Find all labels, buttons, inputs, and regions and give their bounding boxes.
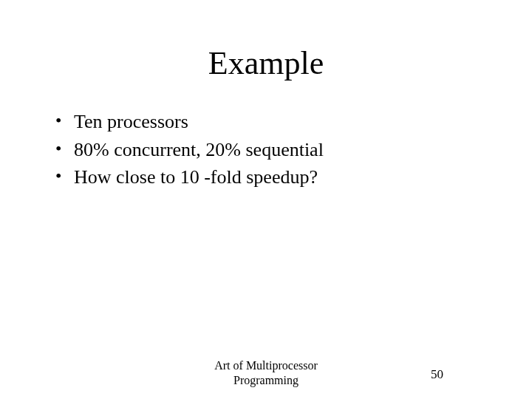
slide-footer: Art of Multiprocessor Programming bbox=[0, 358, 532, 388]
bullet-item: 80% concurrent, 20% sequential bbox=[55, 136, 488, 164]
footer-line-1: Art of Multiprocessor bbox=[214, 359, 318, 372]
page-number: 50 bbox=[431, 367, 443, 382]
footer-text: Art of Multiprocessor Programming bbox=[214, 358, 318, 388]
bullet-list: Ten processors 80% concurrent, 20% seque… bbox=[44, 108, 488, 191]
slide-container: Example Ten processors 80% concurrent, 2… bbox=[0, 0, 532, 399]
bullet-item: How close to 10 -fold speedup? bbox=[55, 163, 488, 191]
footer-line-2: Programming bbox=[233, 374, 299, 386]
slide-title: Example bbox=[44, 44, 488, 82]
bullet-item: Ten processors bbox=[55, 108, 488, 136]
